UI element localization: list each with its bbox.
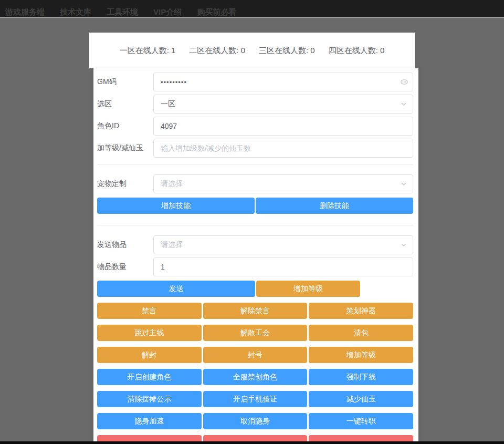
action-button[interactable]: 解封	[97, 347, 202, 363]
online-stat: 二区在线人数: 0	[189, 46, 245, 56]
chevron-down-icon	[400, 180, 408, 188]
item-count-input[interactable]	[153, 257, 413, 276]
pet-custom-select[interactable]: 请选择	[153, 174, 413, 193]
gm-code-field	[153, 73, 413, 91]
form-row-pet-custom: 宠物定制 请选择	[97, 174, 413, 193]
section-divider	[97, 164, 413, 164]
send-item-select[interactable]: 请选择	[153, 235, 413, 254]
form-row-role-id: 角色ID	[97, 117, 413, 136]
action-button-grid: 禁言解除禁言策划神器跳过主线解散工会清包解封封号增加等级开启创建角色全服禁创角色…	[97, 303, 413, 444]
online-stat: 一区在线人数: 1	[120, 46, 176, 56]
chevron-down-icon	[400, 241, 408, 249]
item-count-field	[153, 257, 413, 276]
zone-select-value: 一区	[161, 99, 175, 109]
form-row-item-count: 物品数量	[97, 257, 413, 276]
action-button[interactable]: 取消隐身	[203, 413, 308, 429]
action-button[interactable]: 清包	[309, 325, 413, 341]
action-button-row: 清除摆摊公示开启手机验证减少仙玉	[97, 391, 413, 407]
send-button-row: 发送 增加等级	[97, 281, 413, 297]
action-button[interactable]: 强制下线	[309, 369, 413, 385]
action-button[interactable]: 增加等级	[309, 347, 413, 363]
section-divider	[97, 225, 413, 225]
role-id-input[interactable]	[153, 117, 413, 136]
action-button[interactable]: 开启创建角色	[97, 369, 202, 385]
form-row-zone: 选区 一区	[97, 95, 413, 113]
gm-form-panel: GM码 选区 一区 角色ID	[93, 68, 418, 444]
nav-item[interactable]: 游戏服务端	[5, 7, 45, 16]
online-stats: 一区在线人数: 1二区在线人数: 0三区在线人数: 0四区在线人数: 0	[120, 46, 385, 56]
pet-custom-label: 宠物定制	[97, 179, 153, 189]
level-jade-label: 加等级/减仙玉	[97, 143, 153, 153]
bottom-strip	[0, 441, 504, 444]
action-button[interactable]: 减少仙玉	[309, 391, 413, 407]
action-button[interactable]: 封号	[203, 347, 308, 363]
send-button[interactable]: 发送	[97, 281, 255, 297]
action-button[interactable]: 一键转职	[309, 413, 413, 429]
level-jade-input[interactable]	[153, 139, 413, 158]
action-button[interactable]: 禁言	[97, 303, 202, 319]
action-button[interactable]: 全服禁创角色	[203, 369, 308, 385]
level-jade-field	[153, 139, 413, 158]
action-button-row: 禁言解除禁言策划神器	[97, 303, 413, 319]
skill-button-row: 增加技能 删除技能	[97, 198, 413, 214]
role-id-field	[153, 117, 413, 136]
online-stat: 三区在线人数: 0	[259, 46, 315, 56]
action-button-row: 隐身加速取消隐身一键转职	[97, 413, 413, 429]
nav-item[interactable]: VIP介绍	[153, 7, 182, 16]
gm-code-label: GM码	[97, 77, 153, 87]
role-id-label: 角色ID	[97, 121, 153, 131]
form-row-level-jade: 加等级/减仙玉	[97, 139, 413, 158]
add-skill-button[interactable]: 增加技能	[97, 198, 255, 214]
action-button[interactable]: 隐身加速	[97, 413, 202, 429]
action-button-row: 跳过主线解散工会清包	[97, 325, 413, 341]
nav-item[interactable]: 购买前必看	[197, 7, 236, 16]
pet-custom-select-placeholder: 请选择	[161, 179, 183, 189]
top-navbar: 游戏服务端技术文库工具环境VIP介绍购买前必看	[0, 0, 504, 18]
action-button[interactable]: 解散工会	[203, 325, 308, 341]
action-button-row: 开启创建角色全服禁创角色强制下线	[97, 369, 413, 385]
send-item-select-placeholder: 请选择	[161, 240, 183, 250]
nav-item[interactable]: 技术文库	[60, 7, 91, 16]
send-item-label: 发送物品	[97, 240, 153, 250]
action-button[interactable]: 策划神器	[309, 303, 413, 319]
gm-code-input[interactable]	[153, 73, 413, 91]
action-button[interactable]: 跳过主线	[97, 325, 202, 341]
action-button[interactable]: 开启手机验证	[203, 391, 308, 407]
add-level-button[interactable]: 增加等级	[256, 281, 360, 297]
online-stats-card: 一区在线人数: 1二区在线人数: 0三区在线人数: 0四区在线人数: 0	[89, 33, 415, 68]
zone-label: 选区	[97, 99, 153, 109]
item-count-label: 物品数量	[97, 262, 153, 272]
nav-item[interactable]: 工具环境	[107, 7, 138, 16]
delete-skill-button[interactable]: 删除技能	[256, 198, 413, 214]
form-row-gm-code: GM码	[97, 73, 413, 91]
online-stat: 四区在线人数: 0	[329, 46, 385, 56]
action-button-row: 解封封号增加等级	[97, 347, 413, 363]
eye-icon[interactable]	[400, 78, 408, 86]
zone-select[interactable]: 一区	[153, 95, 413, 113]
form-row-send-item: 发送物品 请选择	[97, 235, 413, 254]
action-button[interactable]: 清除摆摊公示	[97, 391, 202, 407]
action-button[interactable]: 解除禁言	[203, 303, 308, 319]
chevron-down-icon	[400, 100, 408, 108]
